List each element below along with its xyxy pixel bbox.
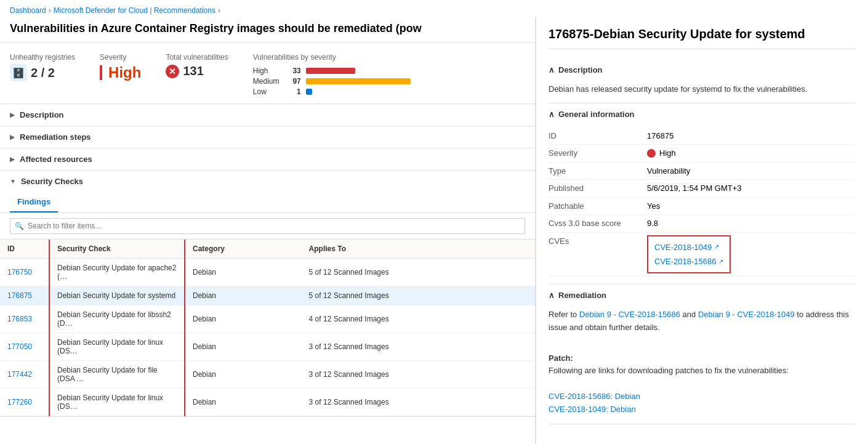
- cell-security-check: Debian Security Update for linux (DS…: [49, 333, 185, 361]
- right-remediation-content: Refer to Debian 9 - CVE-2018-15686 and D…: [549, 306, 856, 423]
- cell-security-check: Debian Security Update for systemd: [49, 286, 185, 305]
- table-row[interactable]: 177442Debian Security Update for file (D…: [0, 361, 535, 389]
- cell-security-check: Debian Security Update for file (DSA …: [49, 361, 185, 389]
- right-description-label: Description: [558, 65, 603, 75]
- cell-id: 177442: [0, 361, 49, 389]
- cell-id: 176875: [0, 286, 49, 305]
- tab-findings[interactable]: Findings: [10, 192, 58, 212]
- table-row[interactable]: 177050Debian Security Update for linux (…: [0, 333, 535, 361]
- right-remediation-header[interactable]: ∧ Remediation: [549, 285, 856, 306]
- findings-table-container: ID Security Check Category Applies To 17…: [0, 240, 535, 416]
- right-description-section: ∧ Description Debian has released securi…: [549, 59, 856, 103]
- high-count: 33: [289, 67, 301, 75]
- patch-link1[interactable]: CVE-2018-15686: Debian: [549, 392, 640, 401]
- right-description-header[interactable]: ∧ Description: [549, 59, 856, 81]
- type-field-value: Vulnerability: [647, 162, 856, 180]
- cves-field-label: CVEs: [549, 232, 647, 276]
- cves-field-value: CVE-2018-1049 ↗ CVE-2018-15686 ↗: [647, 232, 856, 276]
- high-row: High 33: [253, 67, 411, 75]
- remediation-link1[interactable]: Debian 9 - CVE-2018-15686: [579, 310, 680, 319]
- table-body: 176750Debian Security Update for apache2…: [0, 259, 535, 416]
- right-general-header[interactable]: ∧ General information: [549, 103, 856, 125]
- cell-category: Debian: [185, 286, 302, 305]
- right-description-chevron: ∧: [549, 65, 555, 75]
- error-icon: ✕: [166, 65, 179, 78]
- unhealthy-value-row: 🗄️ 2 / 2: [10, 64, 75, 81]
- cell-security-check: Debian Security Update for linux (DS…: [49, 389, 185, 416]
- info-row-severity: Severity High: [549, 145, 856, 163]
- left-panel: Vulnerabilities in Azure Container Regis…: [0, 17, 536, 444]
- remediation-text-start: Refer to: [549, 310, 577, 319]
- search-wrapper: 🔍: [10, 218, 525, 234]
- registry-icon: 🗄️: [10, 64, 27, 81]
- th-applies-to: Applies To: [302, 240, 535, 259]
- info-row-id: ID 176875: [549, 127, 856, 145]
- security-checks-label: Security Checks: [21, 177, 83, 186]
- th-category: Category: [185, 240, 302, 259]
- cell-category: Debian: [185, 389, 302, 416]
- cve2-link[interactable]: CVE-2018-15686 ↗: [654, 254, 723, 268]
- th-id: ID: [0, 240, 49, 259]
- description-section: ▶ Description: [0, 104, 535, 126]
- severity-bar-indicator: [100, 65, 102, 80]
- affected-header[interactable]: ▶ Affected resources: [0, 148, 535, 170]
- cvss-field-label: Cvss 3.0 base score: [549, 215, 647, 233]
- id-field-value: 176875: [647, 127, 856, 145]
- published-field-value: 5/6/2019, 1:54 PM GMT+3: [647, 180, 856, 198]
- unhealthy-label: Unhealthy registries: [10, 53, 75, 62]
- cell-applies-to: 4 of 12 Scanned Images: [302, 305, 535, 333]
- info-row-published: Published 5/6/2019, 1:54 PM GMT+3: [549, 180, 856, 198]
- cve1-link[interactable]: CVE-2018-1049 ↗: [654, 240, 723, 254]
- right-panel: 176875-Debian Security Update for system…: [536, 17, 868, 444]
- table-row[interactable]: 176750Debian Security Update for apache2…: [0, 259, 535, 286]
- affected-label: Affected resources: [20, 155, 92, 164]
- remediation-label: Remediation steps: [20, 132, 91, 142]
- low-count: 1: [289, 87, 301, 96]
- vuln-by-severity-metric: Vulnerabilities by severity High 33 Medi…: [253, 53, 411, 96]
- cve2-text: CVE-2018-15686: [654, 254, 716, 268]
- total-vuln-value: 131: [183, 64, 203, 78]
- low-row: Low 1: [253, 87, 411, 96]
- high-bar: [306, 68, 355, 74]
- right-general-label: General information: [558, 110, 635, 119]
- severity-field-label: Severity: [549, 145, 647, 163]
- external-icon-1: ↗: [714, 241, 719, 252]
- search-input[interactable]: [10, 218, 525, 234]
- description-header[interactable]: ▶ Description: [0, 104, 535, 126]
- right-description-text: Debian has released security update for …: [549, 84, 808, 94]
- severity-label: Severity: [100, 53, 141, 62]
- severity-value-text: High: [659, 147, 676, 159]
- remediation-steps-section: ▶ Remediation steps: [0, 126, 535, 148]
- cell-applies-to: 3 of 12 Scanned Images: [302, 389, 535, 416]
- table-row[interactable]: 176853Debian Security Update for libssh2…: [0, 305, 535, 333]
- security-checks-header[interactable]: ▼ Security Checks: [0, 171, 535, 192]
- right-general-chevron: ∧: [549, 110, 555, 119]
- severity-field-value: High: [647, 145, 856, 163]
- table-row[interactable]: 176875Debian Security Update for systemd…: [0, 286, 535, 305]
- severity-metric: Severity High: [100, 53, 141, 81]
- cell-id: 177050: [0, 333, 49, 361]
- breadcrumb-dashboard[interactable]: Dashboard: [10, 6, 46, 15]
- remediation-and: and: [683, 310, 696, 319]
- cvss-field-value: 9.8: [647, 215, 856, 233]
- security-checks-chevron: ▼: [10, 178, 16, 185]
- search-bar: 🔍: [0, 213, 535, 240]
- remediation-link2[interactable]: Debian 9 - CVE-2018-1049: [698, 310, 795, 319]
- cve-box: CVE-2018-1049 ↗ CVE-2018-15686 ↗: [647, 235, 731, 274]
- medium-row: Medium 97: [253, 77, 411, 86]
- remediation-header[interactable]: ▶ Remediation steps: [0, 126, 535, 148]
- id-field-label: ID: [549, 127, 647, 145]
- breadcrumb-defender[interactable]: Microsoft Defender for Cloud | Recommend…: [54, 6, 215, 15]
- low-label: Low: [253, 87, 284, 96]
- patch-link2[interactable]: CVE-2018-1049: Debian: [549, 405, 636, 414]
- info-row-patchable: Patchable Yes: [549, 197, 856, 215]
- total-vuln-label: Total vulnerabilities: [166, 53, 228, 62]
- patchable-field-value: Yes: [647, 197, 856, 215]
- remediation-paragraph: Refer to Debian 9 - CVE-2018-15686 and D…: [549, 309, 856, 334]
- table-row[interactable]: 177260Debian Security Update for linux (…: [0, 389, 535, 416]
- cell-security-check: Debian Security Update for libssh2 (D…: [49, 305, 185, 333]
- search-icon: 🔍: [15, 222, 24, 230]
- info-row-cvss: Cvss 3.0 base score 9.8: [549, 215, 856, 233]
- info-row-cves: CVEs CVE-2018-1049 ↗ CVE-2018-15686 ↗: [549, 232, 856, 276]
- published-field-label: Published: [549, 180, 647, 198]
